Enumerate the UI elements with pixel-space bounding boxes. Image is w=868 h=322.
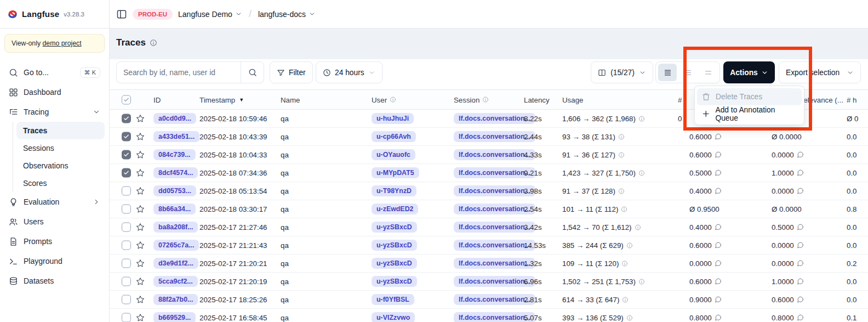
- bookmark-star-icon[interactable]: [136, 295, 145, 304]
- row-checkbox[interactable]: [122, 223, 131, 232]
- panel-left-icon[interactable]: [116, 9, 127, 20]
- row-height-small-button[interactable]: [658, 64, 677, 81]
- bookmark-star-icon[interactable]: [136, 277, 145, 286]
- select-all-checkbox[interactable]: [122, 95, 131, 104]
- header-user[interactable]: User: [372, 95, 396, 104]
- header-session[interactable]: Session: [454, 95, 489, 104]
- demo-project-link[interactable]: demo project: [43, 39, 82, 47]
- sidebar-item-dashboard[interactable]: Dashboard: [4, 82, 105, 102]
- bookmark-star-button[interactable]: [136, 187, 145, 195]
- org-selector[interactable]: Langfuse Demo: [178, 10, 242, 19]
- row-checkbox[interactable]: [122, 168, 131, 178]
- sidebar-item-tracing[interactable]: Tracing: [4, 102, 105, 122]
- session-id-badge[interactable]: lf.docs.conversation...: [454, 312, 535, 322]
- header-score-truncated[interactable]: # h: [847, 95, 857, 104]
- session-id-badge[interactable]: lf.docs.conversation...: [454, 167, 535, 178]
- table-row[interactable]: d3e9d1f2...2025-02-17 21:20:21qau-yzSBxc…: [110, 255, 868, 273]
- search-submit-button[interactable]: [241, 62, 264, 83]
- user-id-badge[interactable]: u-MYpDAT5: [372, 167, 419, 178]
- trace-id-badge[interactable]: dd05753...: [153, 185, 196, 196]
- table-row[interactable]: 8dcf4574...2025-02-18 07:34:36qau-MYpDAT…: [110, 164, 868, 182]
- bookmark-star-icon[interactable]: [136, 150, 145, 159]
- trace-id-badge[interactable]: 88f2a7b0...: [153, 294, 198, 305]
- bookmark-star-icon[interactable]: [136, 132, 145, 141]
- row-checkbox[interactable]: [122, 241, 131, 250]
- menu-item-add-to-annotation-queue[interactable]: Add to Annotation Queue: [697, 105, 802, 122]
- user-id-badge[interactable]: u-yzSBxcD: [372, 276, 417, 287]
- table-row[interactable]: 88f2a7b0...2025-02-17 18:25:26qau-f0YfBS…: [110, 291, 868, 309]
- row-checkbox[interactable]: [122, 150, 131, 160]
- table-row[interactable]: 084c739...2025-02-18 10:04:33qau-OYauofc…: [110, 146, 868, 164]
- trace-id-badge[interactable]: d3e9d1f2...: [153, 258, 198, 269]
- user-id-badge[interactable]: u-VIZzvwo: [372, 312, 415, 322]
- session-id-badge[interactable]: lf.docs.conversation...: [454, 113, 535, 124]
- trace-id-badge[interactable]: 07265c7a...: [153, 240, 199, 251]
- session-id-badge[interactable]: lf.docs.conversation...: [454, 240, 535, 251]
- table-row[interactable]: ba8a208f...2025-02-17 21:27:46qau-yzSBxc…: [110, 218, 868, 236]
- trace-id-badge[interactable]: b669529...: [153, 312, 196, 322]
- bookmark-star-button[interactable]: [136, 259, 145, 268]
- trace-id-badge[interactable]: 8b66a34...: [153, 204, 196, 214]
- sidebar-item-datasets[interactable]: Datasets: [4, 271, 105, 291]
- bookmark-star-button[interactable]: [136, 114, 145, 123]
- user-id-badge[interactable]: u-cp66Avh: [372, 131, 416, 142]
- row-checkbox[interactable]: [122, 114, 131, 123]
- actions-button[interactable]: Actions: [723, 61, 775, 83]
- sidebar-item-playground[interactable]: Playground: [4, 251, 105, 271]
- project-selector[interactable]: langfuse-docs: [258, 10, 316, 19]
- row-checkbox[interactable]: [122, 313, 131, 322]
- sidebar-item-traces[interactable]: Traces: [16, 122, 105, 139]
- trace-id-badge[interactable]: a0cd0d9...: [153, 113, 196, 124]
- table-row[interactable]: 8b66a34...2025-02-18 03:30:17qau-zEwdED2…: [110, 200, 868, 218]
- sidebar-item-observations[interactable]: Observations: [16, 157, 105, 174]
- export-selection-button[interactable]: Export selection: [779, 61, 861, 83]
- header-usage[interactable]: Usage: [562, 95, 583, 104]
- row-checkbox[interactable]: [122, 187, 131, 196]
- bookmark-star-icon[interactable]: [136, 223, 145, 231]
- row-checkbox[interactable]: [122, 277, 131, 286]
- user-id-badge[interactable]: u-yzSBxcD: [372, 258, 417, 269]
- row-checkbox[interactable]: [122, 259, 131, 268]
- goto-search[interactable]: Go to... ⌘ K: [4, 63, 105, 82]
- trace-id-badge[interactable]: 8dcf4574...: [153, 167, 198, 178]
- row-height-medium-button[interactable]: [678, 64, 697, 81]
- bookmark-star-icon[interactable]: [136, 114, 145, 123]
- header-id[interactable]: ID: [153, 95, 161, 104]
- table-row[interactable]: a433de51...2025-02-18 10:43:39qau-cp66Av…: [110, 128, 868, 146]
- bookmark-star-button[interactable]: [136, 241, 145, 250]
- filter-button[interactable]: Filter: [270, 61, 313, 83]
- sidebar-item-evaluation[interactable]: Evaluation: [4, 192, 105, 212]
- session-id-badge[interactable]: lf.docs.conversation...: [454, 222, 535, 233]
- bookmark-star-icon[interactable]: [136, 259, 145, 268]
- bookmark-star-icon[interactable]: [136, 205, 145, 213]
- bookmark-star-icon[interactable]: [136, 313, 145, 322]
- sidebar-item-scores[interactable]: Scores: [16, 174, 105, 192]
- user-id-badge[interactable]: u-huJhuJi: [372, 113, 414, 124]
- user-id-badge[interactable]: u-yzSBxcD: [372, 222, 417, 233]
- bookmark-star-button[interactable]: [136, 132, 145, 141]
- user-id-badge[interactable]: u-OYauofc: [372, 149, 415, 160]
- column-visibility-button[interactable]: (15/27): [591, 61, 653, 83]
- session-id-badge[interactable]: lf.docs.conversation...: [454, 294, 535, 305]
- header-relevance[interactable]: relevance (...: [801, 95, 843, 104]
- session-id-badge[interactable]: lf.docs.conversation...: [454, 276, 535, 287]
- user-id-badge[interactable]: u-T98YnzD: [372, 185, 416, 196]
- session-id-badge[interactable]: lf.docs.conversation...: [454, 149, 535, 160]
- sidebar-item-prompts[interactable]: Prompts: [4, 231, 105, 251]
- trace-id-badge[interactable]: ba8a208f...: [153, 222, 198, 233]
- header-name[interactable]: Name: [281, 95, 300, 104]
- session-id-badge[interactable]: lf.docs.conversation...: [454, 185, 535, 196]
- sidebar-item-sessions[interactable]: Sessions: [16, 139, 105, 157]
- user-id-badge[interactable]: u-f0YfBSL: [372, 294, 414, 305]
- time-range-button[interactable]: 24 hours: [316, 61, 382, 83]
- row-checkbox[interactable]: [122, 205, 131, 214]
- user-id-badge[interactable]: u-yzSBxcD: [372, 240, 417, 251]
- search-input[interactable]: [117, 69, 241, 77]
- row-checkbox[interactable]: [122, 295, 131, 304]
- table-row[interactable]: 07265c7a...2025-02-17 21:21:43qau-yzSBxc…: [110, 236, 868, 255]
- bookmark-star-button[interactable]: [136, 277, 145, 286]
- table-row[interactable]: 5cca9cf2...2025-02-17 21:20:19qau-yzSBxc…: [110, 273, 868, 291]
- trace-id-badge[interactable]: 084c739...: [153, 149, 196, 160]
- session-id-badge[interactable]: lf.docs.conversation...: [454, 131, 535, 142]
- bookmark-star-icon[interactable]: [136, 168, 145, 177]
